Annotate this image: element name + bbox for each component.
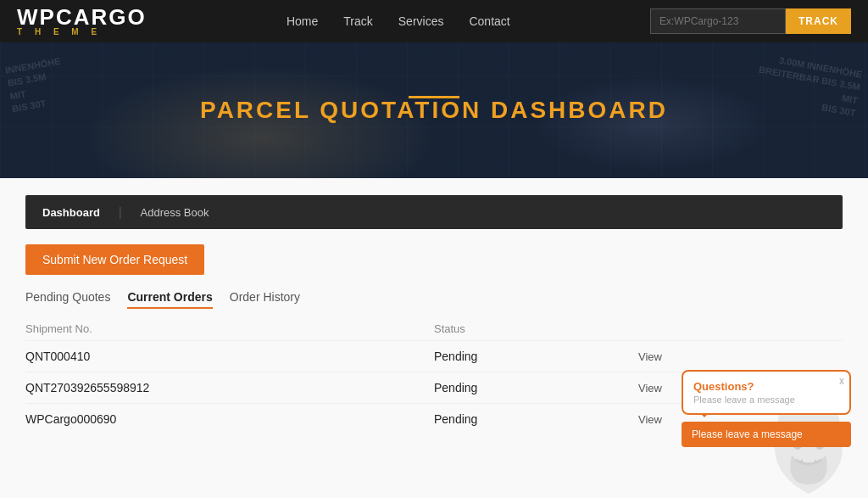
nav-contact[interactable]: Contact: [469, 14, 509, 28]
tab-bar-address-book[interactable]: Address Book: [124, 195, 226, 229]
header: WPCARGO T H E M E Home Track Services Co…: [0, 0, 868, 42]
submit-new-order-button[interactable]: Submit New Order Request: [25, 244, 204, 275]
order-tabs: Pending Quotes Current Orders Order Hist…: [25, 290, 843, 309]
hero-banner: INNENHÖHEBIS 3.5MMITBIS 30T PARCEL QUOTA…: [0, 42, 868, 178]
status-badge: Pending: [434, 372, 638, 404]
dashboard-tab-bar: Dashboard | Address Book: [25, 195, 843, 229]
hero-watermark-left: INNENHÖHEBIS 3.5MMITBIS 30T: [4, 55, 69, 116]
status-badge: Pending: [434, 341, 638, 372]
nav-track[interactable]: Track: [343, 14, 372, 28]
col-header-status: Status: [434, 317, 638, 341]
tab-current-orders[interactable]: Current Orders: [127, 290, 212, 309]
main-nav: Home Track Services Contact: [287, 14, 510, 28]
chat-widget: x Questions? Please leave a message Plea…: [682, 370, 851, 447]
nav-home[interactable]: Home: [287, 14, 318, 28]
col-header-action: [638, 317, 843, 341]
view-link[interactable]: View: [638, 413, 662, 426]
logo-wp-text: WPCARGO: [17, 6, 147, 28]
tab-order-history[interactable]: Order History: [230, 290, 300, 309]
chat-subtitle: Please leave a message: [693, 394, 839, 405]
track-form: TRACK: [650, 8, 851, 34]
main-content: Dashboard | Address Book Submit New Orde…: [0, 178, 868, 498]
track-button[interactable]: TRACK: [786, 8, 851, 34]
shipment-no: QNT270392655598912: [25, 372, 434, 404]
chat-bubble: x Questions? Please leave a message: [682, 370, 851, 415]
chat-input-bar[interactable]: Please leave a message: [682, 422, 851, 447]
view-link[interactable]: View: [638, 350, 662, 363]
view-link[interactable]: View: [638, 382, 662, 394]
chat-title: Questions?: [693, 380, 839, 393]
table-row: QNT000410 Pending View: [25, 341, 843, 372]
shipment-no: QNT000410: [25, 341, 434, 372]
logo-theme-text: T H E M E: [17, 28, 147, 36]
hero-title: PARCEL QUOTATION DASHBOARD: [200, 97, 668, 124]
col-header-shipment: Shipment No.: [25, 317, 434, 341]
tab-pending-quotes[interactable]: Pending Quotes: [25, 290, 110, 309]
logo: WPCARGO T H E M E: [17, 6, 147, 36]
nav-services[interactable]: Services: [398, 14, 444, 28]
track-input[interactable]: [650, 8, 786, 34]
tab-bar-dashboard[interactable]: Dashboard: [25, 195, 117, 229]
shipment-no: WPCargo000690: [25, 404, 434, 435]
hero-watermark-right: 3.00M INNENHÖHEBREITERBAR BIS 3.5MMITBIS…: [754, 51, 864, 120]
tab-bar-divider: |: [119, 205, 122, 219]
chat-close-button[interactable]: x: [839, 375, 844, 387]
hero-underline: [409, 96, 459, 98]
status-badge: Pending: [434, 404, 638, 435]
